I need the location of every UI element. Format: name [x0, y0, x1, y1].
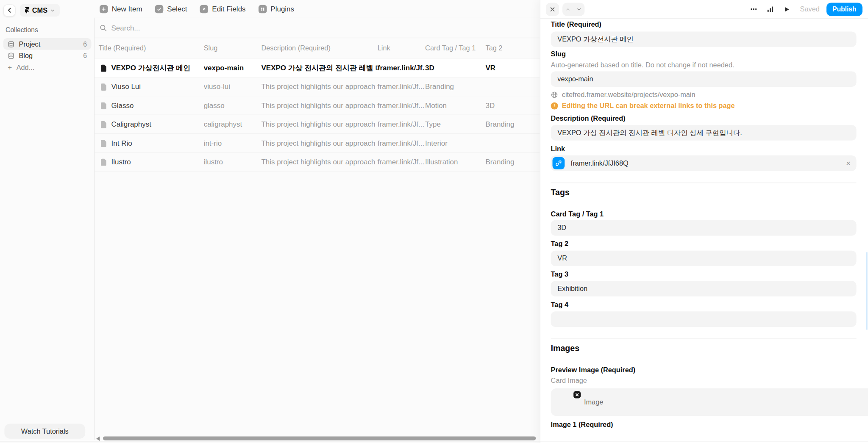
select-button[interactable]: Select	[155, 5, 187, 13]
column-header-link[interactable]: Link	[378, 44, 425, 52]
tag4-input[interactable]	[551, 311, 857, 327]
horizontal-scrollbar[interactable]	[103, 437, 536, 440]
item-count-badge: 6	[83, 52, 87, 59]
collections-list: Project 6 Blog 6 + Add...	[3, 38, 92, 73]
tag3-field-label: Tag 3	[551, 271, 857, 278]
table-row[interactable]: VEXPO 가상전시관 메인 vexpo-main VEXPO 가상 전시관의 …	[94, 58, 540, 77]
file-icon	[100, 83, 107, 90]
chevron-down-icon	[577, 7, 581, 11]
page-url-text: citefred.framer.website/projects/vexpo-m…	[562, 91, 696, 98]
link-value: framer.link/JfJI68Q	[571, 159, 846, 167]
sidebar-item-blog[interactable]: Blog 6	[3, 50, 92, 61]
back-button[interactable]	[3, 4, 16, 17]
analytics-button[interactable]	[763, 3, 776, 16]
warning-icon: !	[551, 102, 558, 109]
tag2-field-label: Tag 2	[551, 240, 857, 248]
chevron-up-icon	[566, 7, 570, 11]
more-options-button[interactable]	[747, 3, 760, 16]
card-image-sublabel: Card Image	[551, 377, 857, 384]
file-icon	[100, 64, 107, 72]
tag3-input[interactable]	[551, 281, 857, 297]
database-icon	[8, 52, 14, 59]
collections-heading: Collections	[6, 26, 38, 33]
search-input[interactable]	[111, 24, 333, 32]
slug-input[interactable]	[551, 71, 857, 87]
watch-tutorials-button[interactable]: Watch Tutorials	[4, 424, 85, 438]
window-bottom-edge	[0, 441, 868, 441]
panel-body: Title (Required) Slug Auto-generated bas…	[540, 19, 868, 443]
toolbar: New Item Select Edit Fields Plugins	[94, 0, 540, 18]
preview-image-label: Preview Image (Required)	[551, 366, 857, 374]
plugins-button[interactable]: Plugins	[259, 5, 294, 13]
scroll-left-arrow[interactable]	[96, 437, 100, 441]
card-image-row[interactable]: Image	[551, 388, 868, 416]
images-section-heading: Images	[551, 343, 857, 353]
column-header-title[interactable]: Title (Required)	[98, 44, 203, 52]
image1-label: Image 1 (Required)	[551, 421, 857, 429]
play-icon	[783, 6, 790, 13]
search-icon	[100, 24, 107, 31]
file-icon	[100, 102, 107, 109]
new-item-button[interactable]: New Item	[100, 5, 142, 13]
table-row[interactable]: Glasso glasso This project highlights ou…	[94, 96, 540, 115]
next-item-button[interactable]	[573, 3, 584, 16]
card-image-thumbnail[interactable]	[553, 390, 582, 414]
table-row[interactable]: Ilustro ilustro This project highlights …	[94, 152, 540, 171]
tag1-field-label: Card Tag / Tag 1	[551, 210, 857, 218]
description-input[interactable]	[551, 125, 857, 141]
slug-helper-text: Auto-generated based on title. Do not ch…	[551, 61, 857, 69]
chevron-down-icon	[50, 8, 55, 12]
remove-link-button[interactable]: ✕	[846, 160, 851, 167]
slug-field-label: Slug	[551, 50, 857, 58]
check-icon	[155, 5, 164, 13]
title-input[interactable]	[551, 31, 857, 47]
item-nav-buttons	[562, 3, 584, 16]
framer-logo-icon	[25, 7, 29, 14]
remove-image-button[interactable]	[573, 391, 581, 398]
chevron-left-icon	[7, 8, 12, 13]
cms-label: CMS	[32, 6, 47, 14]
watch-tutorials-label: Watch Tutorials	[21, 427, 69, 435]
sidebar-divider	[94, 18, 95, 440]
link-field-label: Link	[551, 145, 857, 152]
link-field[interactable]: framer.link/JfJI68Q ✕	[551, 155, 857, 171]
arrow-up-right-icon	[200, 5, 209, 13]
title-field-label: Title (Required)	[551, 20, 857, 28]
close-panel-button[interactable]	[546, 3, 559, 16]
column-header-description[interactable]: Description (Required)	[261, 44, 377, 52]
preview-button[interactable]	[780, 3, 793, 16]
plugins-grid-icon	[259, 5, 267, 13]
add-collection-label: Add...	[17, 64, 87, 71]
link-icon	[553, 157, 565, 169]
image-row-label: Image	[584, 388, 603, 416]
previous-item-button[interactable]	[562, 3, 573, 16]
column-header-tag2[interactable]: Tag 2	[485, 44, 540, 52]
edit-fields-button[interactable]: Edit Fields	[200, 5, 246, 13]
panel-header: Saved Publish	[540, 0, 868, 19]
ellipsis-icon	[750, 6, 757, 13]
add-collection-button[interactable]: + Add...	[3, 61, 92, 73]
description-field-label: Description (Required)	[551, 114, 857, 122]
table-row[interactable]: Viuso Lui viuso-lui This project highlig…	[94, 78, 540, 96]
table-row[interactable]: Int Rio int-rio This project highlights …	[94, 134, 540, 152]
publish-button[interactable]: Publish	[826, 3, 862, 16]
section-divider	[551, 183, 857, 183]
main-area: New Item Select Edit Fields Plugins Titl…	[94, 0, 540, 443]
column-header-slug[interactable]: Slug	[204, 44, 262, 52]
panel-scrollbar[interactable]	[866, 252, 868, 330]
item-count-badge: 6	[83, 40, 87, 48]
globe-icon	[551, 91, 558, 98]
bar-chart-icon	[767, 6, 774, 13]
sidebar-item-project[interactable]: Project 6	[3, 38, 92, 50]
tag4-field-label: Tag 4	[551, 301, 857, 309]
sidebar-item-label: Project	[19, 40, 83, 48]
cms-menu-button[interactable]: CMS	[20, 4, 60, 17]
file-icon	[100, 158, 107, 166]
table-header: Title (Required) Slug Description (Requi…	[94, 38, 540, 58]
tag1-input[interactable]	[551, 220, 857, 236]
file-icon	[100, 120, 107, 128]
column-header-tag1[interactable]: Card Tag / Tag 1	[425, 44, 485, 52]
table-row[interactable]: Caligraphyst caligraphyst This project h…	[94, 115, 540, 134]
url-warning-row: ! Editing the URL can break external lin…	[551, 102, 857, 109]
tag2-input[interactable]	[551, 251, 857, 266]
